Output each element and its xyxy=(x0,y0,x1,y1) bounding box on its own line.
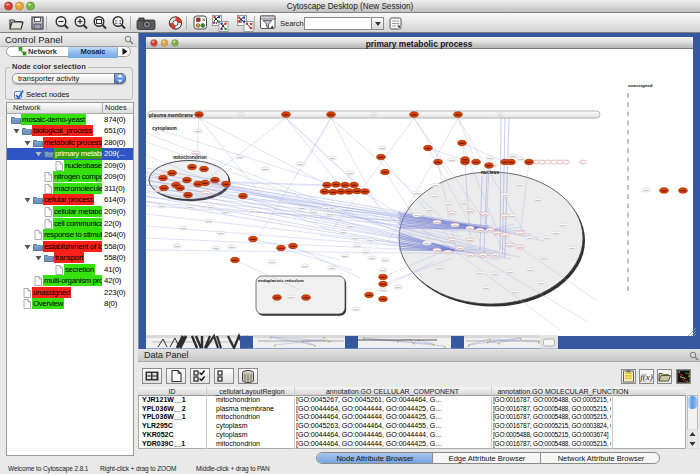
svg-text:endoplasmic reticulum: endoplasmic reticulum xyxy=(258,278,304,283)
svg-text:mitochondrion: mitochondrion xyxy=(173,155,207,160)
svg-text:1:1: 1:1 xyxy=(115,19,122,25)
svg-text:cytoplasm: cytoplasm xyxy=(152,125,177,131)
svg-text:f(x): f(x) xyxy=(640,372,653,382)
svg-text:primary metabolic process: primary metabolic process xyxy=(366,39,473,49)
svg-text:unassigned: unassigned xyxy=(628,83,653,88)
svg-text:plasma membrane: plasma membrane xyxy=(149,112,193,118)
